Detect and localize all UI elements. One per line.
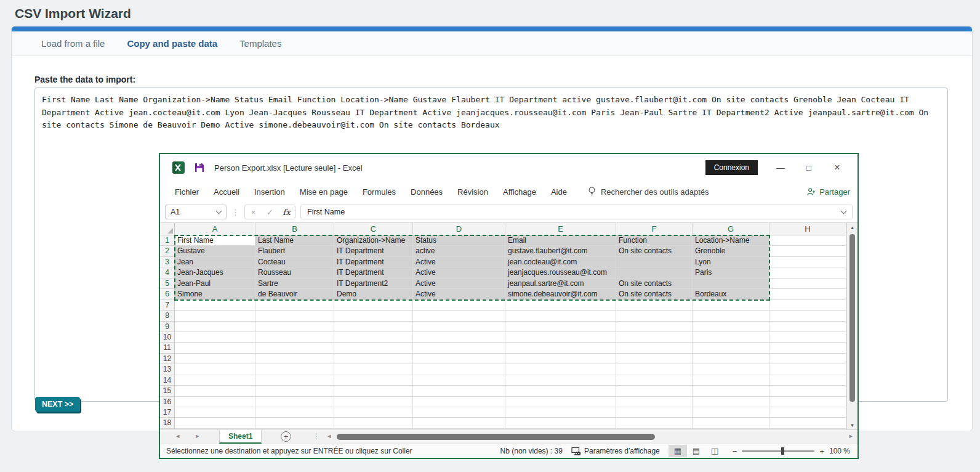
hscroll-left-icon[interactable]: ◂ — [327, 432, 331, 440]
cell-D16[interactable] — [413, 397, 505, 407]
cell-H8[interactable] — [769, 311, 846, 321]
cell-A3[interactable]: Jean — [175, 257, 255, 267]
horizontal-scroll-thumb[interactable] — [337, 434, 655, 440]
cell-G4[interactable]: Paris — [693, 267, 769, 278]
col-header-H[interactable]: H — [769, 223, 846, 235]
scroll-up-icon[interactable]: ▴ — [847, 224, 857, 230]
cell-F9[interactable] — [616, 322, 693, 332]
cell-D2[interactable]: active — [413, 246, 505, 256]
minimize-button[interactable]: — — [766, 163, 795, 173]
cell-B8[interactable] — [255, 311, 334, 321]
cell-A12[interactable] — [175, 354, 255, 364]
cell-F16[interactable] — [616, 397, 693, 407]
cell-E16[interactable] — [505, 397, 616, 407]
normal-view-button[interactable]: ▦ — [669, 445, 687, 457]
cell-H10[interactable] — [769, 332, 846, 343]
menu-mise-en-page[interactable]: Mise en page — [292, 187, 355, 197]
cell-E8[interactable] — [505, 311, 616, 321]
cell-E17[interactable] — [505, 407, 616, 418]
tab-templates[interactable]: Templates — [228, 31, 292, 56]
cell-G14[interactable] — [693, 375, 769, 386]
zoom-in-button[interactable]: + — [819, 447, 824, 456]
cell-B7[interactable] — [255, 300, 334, 311]
cell-B10[interactable] — [255, 332, 334, 343]
cell-F1[interactable]: Function — [616, 235, 693, 246]
cell-D11[interactable] — [413, 343, 505, 353]
cell-D10[interactable] — [413, 332, 505, 343]
share-button[interactable]: Partager — [806, 187, 850, 197]
cell-B5[interactable]: Sartre — [255, 279, 334, 289]
cell-F10[interactable] — [616, 332, 693, 343]
cell-E12[interactable] — [505, 354, 616, 364]
cell-D5[interactable]: Active — [413, 279, 505, 289]
menu-données[interactable]: Données — [403, 187, 450, 197]
cell-C3[interactable]: IT Department — [334, 257, 413, 267]
cell-A8[interactable] — [175, 311, 255, 321]
cell-A6[interactable]: Simone — [175, 289, 255, 299]
cell-A4[interactable]: Jean-Jacques — [175, 267, 255, 278]
page-layout-view-button[interactable]: ▤ — [687, 445, 705, 457]
cell-D9[interactable] — [413, 322, 505, 332]
cell-D6[interactable]: Active — [413, 289, 505, 299]
cell-C17[interactable] — [334, 407, 413, 418]
cell-C9[interactable] — [334, 322, 413, 332]
display-settings-button[interactable]: Paramètres d'affichage — [571, 447, 660, 456]
cell-E14[interactable] — [505, 375, 616, 386]
col-header-D[interactable]: D — [413, 223, 505, 235]
cell-F8[interactable] — [616, 311, 693, 321]
cell-D1[interactable]: Status — [413, 235, 505, 246]
cell-F14[interactable] — [616, 375, 693, 386]
cell-G1[interactable]: Location->Name — [693, 235, 769, 246]
cell-H9[interactable] — [769, 322, 846, 332]
row-header-6[interactable]: 6 — [160, 289, 175, 299]
cell-H3[interactable] — [769, 257, 846, 267]
cell-C16[interactable] — [334, 397, 413, 407]
cell-C14[interactable] — [334, 375, 413, 386]
cell-H12[interactable] — [769, 354, 846, 364]
cell-F3[interactable] — [616, 257, 693, 267]
vertical-scroll-thumb[interactable] — [849, 234, 855, 402]
cell-F6[interactable]: On site contacts — [616, 289, 693, 299]
cell-D15[interactable] — [413, 386, 505, 396]
select-all-corner[interactable] — [160, 223, 175, 235]
cell-H7[interactable] — [769, 300, 846, 311]
cell-C8[interactable] — [334, 311, 413, 321]
cell-A16[interactable] — [175, 397, 255, 407]
vertical-scrollbar[interactable]: ▴ ▾ — [846, 223, 857, 429]
tab-load-from-file[interactable]: Load from a file — [30, 31, 116, 56]
cell-E18[interactable] — [505, 418, 616, 428]
zoom-slider[interactable] — [742, 450, 814, 452]
row-header-16[interactable]: 16 — [160, 397, 175, 407]
menu-révision[interactable]: Révision — [450, 187, 496, 197]
cell-C15[interactable] — [334, 386, 413, 396]
cell-B16[interactable] — [255, 397, 334, 407]
cell-A1[interactable]: First Name — [175, 235, 255, 246]
cell-A5[interactable]: Jean-Paul — [175, 279, 255, 289]
cell-F5[interactable]: On site contacts — [616, 279, 693, 289]
cell-C6[interactable]: Demo — [334, 289, 413, 299]
add-sheet-button[interactable]: + — [281, 431, 291, 442]
maximize-button[interactable]: □ — [795, 163, 823, 173]
cell-B3[interactable]: Cocteau — [255, 257, 334, 267]
cell-G17[interactable] — [693, 407, 769, 418]
cell-H18[interactable] — [769, 418, 846, 428]
col-header-B[interactable]: B — [255, 223, 334, 235]
cell-B6[interactable]: de Beauvoir — [255, 289, 334, 299]
cell-B13[interactable] — [255, 364, 334, 375]
confirm-entry-button[interactable]: ✓ — [262, 208, 278, 217]
cell-A11[interactable] — [175, 343, 255, 353]
menu-aide[interactable]: Aide — [544, 187, 574, 197]
cell-B17[interactable] — [255, 407, 334, 418]
cell-H16[interactable] — [769, 397, 846, 407]
cell-D13[interactable] — [413, 364, 505, 375]
row-header-8[interactable]: 8 — [160, 311, 175, 321]
row-header-18[interactable]: 18 — [160, 418, 175, 428]
search-tools[interactable]: Rechercher des outils adaptés — [588, 186, 709, 197]
row-header-15[interactable]: 15 — [160, 386, 175, 396]
cell-H14[interactable] — [769, 375, 846, 386]
cell-H2[interactable] — [769, 246, 846, 256]
connexion-button[interactable]: Connexion — [705, 160, 758, 175]
cell-A2[interactable]: Gustave — [175, 246, 255, 256]
cell-B11[interactable] — [255, 343, 334, 353]
cell-G15[interactable] — [693, 386, 769, 396]
